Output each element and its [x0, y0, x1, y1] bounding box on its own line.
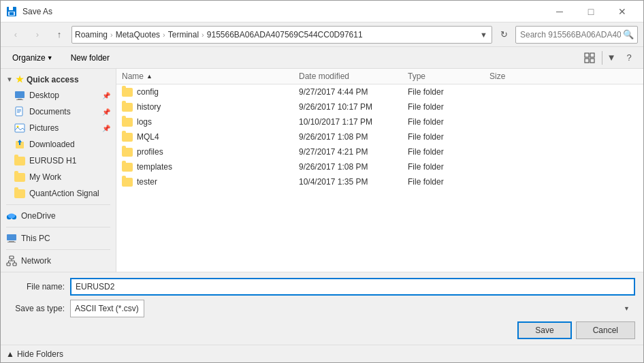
desktop-icon	[14, 90, 25, 101]
quantaction-icon	[14, 188, 25, 199]
quick-access-header[interactable]: ▼ ★ Quick access	[1, 72, 116, 87]
svg-rect-8	[15, 91, 25, 98]
file-cell-type: File folder	[408, 147, 489, 157]
svg-rect-24	[7, 234, 16, 240]
minimize-button[interactable]: ─	[544, 1, 575, 22]
svg-point-23	[8, 213, 16, 218]
back-button[interactable]: ‹	[6, 25, 25, 44]
documents-icon	[14, 106, 25, 117]
col-date-label: Date modified	[299, 72, 349, 81]
svg-rect-27	[10, 256, 14, 259]
forward-button[interactable]: ›	[28, 25, 47, 44]
sidebar-item-onedrive[interactable]: OneDrive	[1, 208, 116, 224]
table-row[interactable]: config 9/27/2017 4:44 PM File folder	[116, 84, 643, 99]
new-folder-button[interactable]: New folder	[65, 50, 116, 66]
file-cell-type: File folder	[408, 177, 489, 187]
save-as-type-wrapper: ASCII Text (*.csv)	[70, 300, 635, 317]
sidebar-item-downloaded[interactable]: Downloaded	[1, 136, 116, 153]
svg-rect-5	[590, 53, 594, 57]
file-name-cell: profiles	[137, 147, 163, 157]
table-row[interactable]: history 9/26/2017 10:17 PM File folder	[116, 99, 643, 114]
file-cell-date: 9/26/2017 1:08 PM	[299, 132, 408, 142]
organize-label: Organize	[12, 53, 46, 63]
sidebar-item-this-pc[interactable]: This PC	[1, 230, 116, 247]
hide-folders-label: Hide Folders	[17, 349, 63, 359]
file-name-cell: config	[137, 87, 159, 97]
view-options-button[interactable]	[580, 50, 599, 66]
svg-rect-4	[585, 53, 589, 57]
file-cell-name: logs	[122, 117, 299, 127]
maximize-button[interactable]: □	[575, 1, 607, 22]
sidebar-item-my-work[interactable]: My Work	[1, 169, 116, 185]
view-dropdown-button[interactable]: ▼	[605, 50, 617, 66]
sidebar-item-network[interactable]: Network	[1, 253, 116, 269]
thispc-label: This PC	[21, 234, 50, 243]
title-bar-left: Save As	[6, 6, 52, 17]
col-size-header[interactable]: Size	[489, 72, 638, 81]
save-icon	[6, 6, 17, 17]
file-cell-date: 9/27/2017 4:44 PM	[299, 87, 408, 97]
search-input[interactable]	[515, 26, 638, 44]
sidebar-item-desktop[interactable]: Desktop 📌	[1, 87, 116, 104]
address-bar[interactable]: Roaming › MetaQuotes › Terminal › 915566…	[71, 26, 492, 44]
file-name-cell: templates	[137, 162, 172, 172]
my-work-icon	[14, 172, 25, 183]
table-row[interactable]: templates 9/26/2017 1:08 PM File folder	[116, 159, 643, 174]
svg-rect-29	[13, 263, 16, 266]
organize-button[interactable]: Organize ▼	[6, 50, 59, 66]
svg-rect-10	[16, 99, 23, 100]
file-name-label: File name:	[9, 282, 70, 291]
file-cell-name: templates	[122, 162, 299, 172]
desktop-pin-icon: 📌	[102, 92, 110, 99]
sidebar-divider-3	[6, 249, 110, 250]
col-date-header[interactable]: Date modified	[299, 72, 408, 81]
breadcrumb-terminal: Terminal	[168, 30, 199, 40]
breadcrumb-metaquotes: MetaQuotes	[116, 30, 160, 40]
downloaded-label: Downloaded	[29, 140, 75, 149]
file-name-input[interactable]	[70, 278, 635, 296]
sidebar-item-pictures[interactable]: Pictures 📌	[1, 120, 116, 136]
file-name-cell: tester	[137, 177, 157, 187]
bottom-area: File name: Save as type: ASCII Text (*.c…	[1, 272, 643, 345]
table-row[interactable]: MQL4 9/26/2017 1:08 PM File folder	[116, 129, 643, 144]
network-icon	[6, 255, 17, 266]
table-row[interactable]: logs 10/10/2017 1:17 PM File folder	[116, 114, 643, 129]
svg-rect-15	[15, 124, 25, 132]
table-row[interactable]: tester 10/4/2017 1:35 PM File folder	[116, 174, 643, 189]
close-button[interactable]: ✕	[607, 1, 638, 22]
col-type-header[interactable]: Type	[408, 72, 489, 81]
svg-rect-6	[585, 59, 589, 63]
sidebar-divider-2	[6, 227, 110, 227]
save-as-type-select[interactable]: ASCII Text (*.csv)	[70, 300, 144, 317]
address-dropdown-button[interactable]: ▼	[479, 29, 489, 40]
svg-rect-28	[7, 263, 10, 266]
sidebar-item-quantaction-signal[interactable]: QuantAction Signal	[1, 185, 116, 202]
filetype-row: Save as type: ASCII Text (*.csv)	[9, 300, 635, 317]
thispc-icon	[6, 233, 17, 244]
folder-icon	[122, 118, 133, 127]
file-cell-type: File folder	[408, 132, 489, 142]
svg-rect-1	[9, 7, 13, 10]
svg-rect-7	[590, 59, 594, 63]
file-cell-name: history	[122, 102, 299, 112]
sidebar-section-quick-access: ▼ ★ Quick access Desktop 📌 Documents	[1, 72, 116, 202]
file-cell-name: MQL4	[122, 132, 299, 142]
cancel-button[interactable]: Cancel	[576, 321, 635, 339]
help-button[interactable]: ?	[620, 49, 638, 67]
svg-rect-20	[19, 142, 20, 145]
folder-icon	[122, 103, 133, 112]
file-cell-date: 9/26/2017 1:08 PM	[299, 162, 408, 172]
table-row[interactable]: profiles 9/27/2017 4:21 PM File folder	[116, 144, 643, 159]
hide-folders-button[interactable]: ▲ Hide Folders	[6, 349, 63, 359]
save-button[interactable]: Save	[517, 321, 571, 339]
refresh-button[interactable]: ↻	[495, 26, 513, 44]
sidebar-item-eurusd-h1[interactable]: EURUSD H1	[1, 153, 116, 169]
sidebar-item-documents[interactable]: Documents 📌	[1, 104, 116, 120]
main-area: ▼ ★ Quick access Desktop 📌 Documents	[1, 69, 643, 272]
sort-asc-icon: ▲	[146, 73, 152, 80]
file-cell-date: 10/4/2017 1:35 PM	[299, 177, 408, 187]
col-name-header[interactable]: Name ▲	[122, 72, 299, 81]
up-button[interactable]: ↑	[50, 25, 69, 44]
pictures-label: Pictures	[29, 123, 59, 133]
folder-icon	[122, 178, 133, 187]
